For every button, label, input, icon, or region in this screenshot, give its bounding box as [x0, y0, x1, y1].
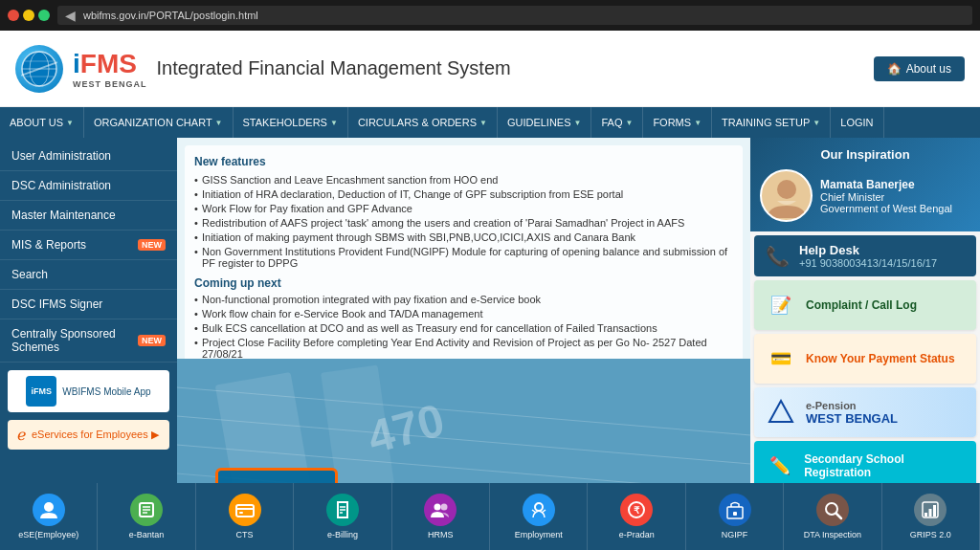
news-item: Work flow chain for e-Service Book and T…: [194, 308, 733, 319]
pension-text: e-Pension WEST BENGAL: [806, 400, 898, 426]
person-name: Mamata Banerjee: [820, 178, 952, 191]
secondary-school-label: Secondary School Registration: [804, 452, 965, 479]
grips-icon: [914, 494, 947, 526]
svg-point-28: [441, 504, 448, 511]
chevron-down-icon: ▼: [694, 119, 702, 127]
svg-rect-39: [933, 505, 936, 517]
chevron-down-icon: ▼: [215, 119, 223, 127]
nav-faq[interactable]: FAQ ▼: [591, 107, 643, 138]
nav-stakeholders[interactable]: STAKEHOLDERS ▼: [234, 107, 348, 138]
close-button[interactable]: [8, 10, 19, 21]
news-item: Bulk ECS cancellation at DCO and as well…: [194, 322, 733, 334]
chevron-down-icon: ▼: [479, 119, 487, 127]
nav-login[interactable]: LOGIN: [831, 107, 883, 138]
bottom-icon-employment[interactable]: Employment: [490, 483, 588, 550]
url-text: wbifms.gov.in/PORTAL/postlogin.html: [83, 10, 258, 21]
bottom-icon-ese[interactable]: eSE(Employee): [0, 483, 98, 550]
sidebar-item-centrally-sponsored[interactable]: Centrally Sponsored Schemes NEW: [0, 319, 177, 363]
address-bar[interactable]: ◀ wbifms.gov.in/PORTAL/postlogin.html: [57, 6, 972, 25]
sidebar-item-master-maint[interactable]: Master Maintenance: [0, 201, 177, 231]
svg-marker-15: [769, 401, 792, 422]
back-arrow-icon: ◀: [65, 8, 76, 23]
eservices-button[interactable]: ℯ eServices for Employees ▶: [8, 420, 169, 450]
nav-circulars[interactable]: CIRCULARS & ORDERS ▼: [348, 107, 498, 138]
ifms-brand: iFMS: [73, 49, 147, 79]
epradan-icon: ₹: [620, 494, 653, 526]
ifms-region: WEST BENGAL: [73, 79, 147, 89]
employment-label: Employment: [515, 530, 563, 539]
mobile-app-logo-icon: iFMS: [26, 376, 56, 407]
about-label: About us: [906, 62, 951, 76]
news-title: New features: [194, 155, 733, 168]
new-badge: NEW: [138, 335, 166, 346]
inspiration-section: Our Inspiration Mamata Banerjee Chief Mi…: [750, 138, 980, 231]
know-payment-button[interactable]: 💳 Know Your Payment Status: [754, 334, 976, 384]
chevron-down-icon: ▼: [66, 119, 74, 127]
person-org: Government of West Bengal: [820, 203, 952, 214]
helpdesk-section[interactable]: 📞 Help Desk +91 9038003413/14/15/16/17: [754, 235, 976, 276]
news-item: Work Flow for Pay fixation and GPF Advan…: [194, 203, 733, 214]
phone-icon: 📞: [766, 245, 790, 268]
bottom-icon-dta[interactable]: DTA Inspection: [784, 483, 881, 550]
bottom-icon-hrms[interactable]: HRMS: [392, 483, 490, 550]
logo-globe-icon: [15, 45, 63, 93]
complaint-icon: 📝: [766, 290, 796, 320]
dta-icon: [816, 494, 849, 526]
ebilling-label: e-Billing: [327, 530, 358, 539]
main-nav: ABOUT US ▼ ORGANIZATION CHART ▼ STAKEHOL…: [0, 107, 980, 138]
svg-point-29: [535, 503, 543, 511]
hrms-label: HRMS: [428, 530, 454, 539]
mobile-app-box[interactable]: iFMS WBIFMS Mobile App: [8, 370, 169, 412]
maximize-button[interactable]: [38, 10, 50, 21]
svg-point-27: [434, 504, 441, 511]
nav-org-chart[interactable]: ORGANIZATION CHART ▼: [84, 107, 234, 138]
pension-button[interactable]: e-Pension WEST BENGAL: [754, 387, 976, 437]
pension-icon: [766, 397, 796, 428]
chevron-down-icon: ▼: [330, 119, 338, 127]
bottom-icon-grips[interactable]: GRIPS 2.0: [882, 483, 980, 550]
svg-rect-37: [924, 513, 927, 517]
window-controls: [8, 10, 50, 21]
ebantan-label: e-Bantan: [129, 530, 165, 539]
nav-forms[interactable]: FORMS ▼: [643, 107, 712, 138]
bottom-bar: eSE(Employee) e-Bantan CTS: [0, 483, 980, 550]
sidebar-item-dsc-ifms-signer[interactable]: DSC IFMS Signer: [0, 290, 177, 319]
inspiration-content: Mamata Banerjee Chief Minister Governmen…: [760, 169, 970, 222]
person-role: Chief Minister: [820, 191, 952, 203]
inspiration-text: Mamata Banerjee Chief Minister Governmen…: [820, 178, 952, 214]
minimize-button[interactable]: [23, 10, 34, 21]
ngipf-label: NGIPF: [722, 530, 748, 539]
inspiration-title: Our Inspiration: [760, 147, 970, 162]
svg-line-35: [836, 514, 841, 518]
employment-icon: [523, 494, 555, 526]
svg-rect-21: [236, 505, 254, 517]
nav-training[interactable]: TRAINING SETUP ▼: [712, 107, 831, 138]
news-item: GISS Sanction and Leave Encashment sanct…: [194, 174, 733, 186]
complaint-calllog-button[interactable]: 📝 Complaint / Call Log: [754, 280, 976, 330]
nav-guidelines[interactable]: GUIDELINES ▼: [498, 107, 592, 138]
bottom-icon-ngipf[interactable]: NGIPF: [686, 483, 784, 550]
about-us-button[interactable]: 🏠 About us: [874, 56, 965, 81]
bottom-icon-ebantan[interactable]: e-Bantan: [98, 483, 195, 550]
ebilling-icon: [326, 494, 359, 526]
bottom-icon-cts[interactable]: CTS: [196, 483, 294, 550]
sidebar-item-dsc-admin[interactable]: DSC Administration: [0, 171, 177, 201]
eservices-label: eServices for Employees ▶: [32, 429, 159, 441]
news-item: Project Close Facility Before completing…: [194, 337, 733, 360]
svg-rect-38: [929, 509, 932, 517]
sidebar-item-search[interactable]: Search: [0, 260, 177, 290]
sidebar-item-mis-reports[interactable]: MIS & Reports NEW: [0, 231, 177, 260]
bottom-icon-epradan[interactable]: ₹ e-Pradan: [588, 483, 685, 550]
home-icon: 🏠: [887, 62, 902, 76]
sidebar-item-user-admin[interactable]: User Administration: [0, 142, 177, 171]
news-item: Initiation of making payment through SBM…: [194, 231, 733, 243]
nav-about-us[interactable]: ABOUT US ▼: [0, 107, 84, 138]
svg-rect-23: [239, 512, 243, 514]
hrms-icon: [424, 494, 457, 526]
bottom-icon-ebilling[interactable]: e-Billing: [294, 483, 391, 550]
ifms-logo-text: iFMS WEST BENGAL: [73, 49, 147, 89]
news-item: Initiation of HRA declaration, Deduction…: [194, 188, 733, 200]
news-item: Non Government Institutions Provident Fu…: [194, 246, 733, 269]
news-section: New features GISS Sanction and Leave Enc…: [185, 145, 743, 386]
news-item: Redistribution of AAFS project 'task' am…: [194, 217, 733, 229]
